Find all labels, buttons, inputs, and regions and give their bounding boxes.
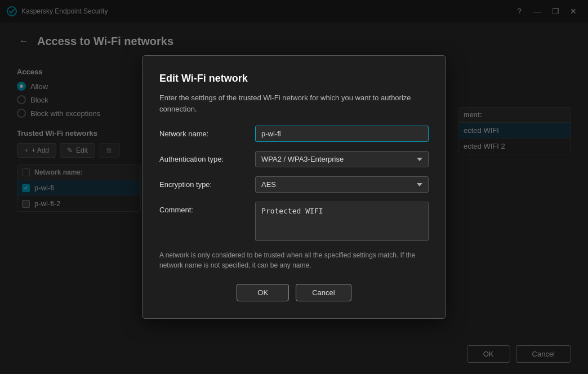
auth-type-label: Authentication type: (159, 151, 250, 163)
comment-label: Comment: (159, 202, 250, 214)
comment-row: Comment: Protected WIFI (159, 202, 429, 241)
edit-wifi-dialog: Edit Wi-Fi network Enter the settings of… (142, 55, 446, 319)
network-name-label: Network name: (159, 126, 250, 138)
enc-type-select[interactable]: Any AES TKIP (255, 176, 429, 193)
network-name-input[interactable] (255, 126, 429, 142)
dialog-cancel-button[interactable]: Cancel (296, 284, 351, 301)
comment-textarea[interactable]: Protected WIFI (255, 202, 429, 241)
enc-type-label: Encryption type: (159, 176, 250, 189)
dialog-ok-button[interactable]: OK (237, 284, 289, 301)
dialog-title: Edit Wi-Fi network (159, 73, 429, 84)
network-name-row: Network name: (159, 126, 429, 142)
dialog-description: Enter the settings of the trusted Wi-Fi … (159, 92, 429, 114)
auth-type-select[interactable]: Any WPA2 / WPA3-Enterprise WPA / WPA2-Pe… (255, 151, 429, 167)
dialog-note: A network is only considered to be trust… (159, 250, 429, 270)
dialog-buttons: OK Cancel (159, 284, 429, 301)
enc-type-row: Encryption type: Any AES TKIP (159, 176, 429, 193)
auth-type-row: Authentication type: Any WPA2 / WPA3-Ent… (159, 151, 429, 167)
